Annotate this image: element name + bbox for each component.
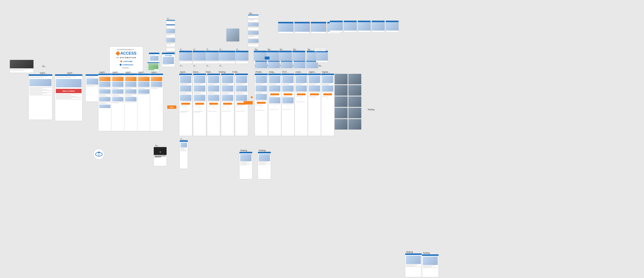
tr-card-1[interactable]	[278, 22, 294, 34]
c-mini-1[interactable]	[166, 20, 175, 24]
c-label-6: C...	[236, 48, 240, 50]
card-apps-7[interactable]	[150, 74, 163, 131]
photo-card-9[interactable]	[334, 119, 348, 130]
card-dark-left[interactable]	[10, 60, 34, 73]
fr-card-3[interactable]	[358, 20, 371, 32]
photo-card-4[interactable]	[348, 85, 362, 96]
sy-mini-7[interactable]	[248, 39, 259, 43]
testing-label-top: Testing	[218, 71, 226, 73]
c-label-2: C...	[180, 48, 184, 50]
fr-card-5[interactable]	[386, 20, 399, 32]
green-card[interactable]	[147, 62, 159, 72]
photo-card-5[interactable]	[334, 96, 348, 107]
capture-preview-card[interactable]: CAPTURE	[162, 52, 175, 67]
main-card-testing[interactable]: "	[221, 74, 234, 136]
fit-e-card[interactable]: "	[281, 74, 294, 136]
insig-card[interactable]: "	[268, 74, 281, 136]
testing-label-br-1: Testing	[406, 251, 413, 253]
bottom-label-2: ...	[154, 132, 156, 134]
testing-card-bottom-1[interactable]	[239, 152, 252, 179]
sy-mr-2[interactable]	[268, 61, 280, 69]
photo-card-10[interactable]	[348, 119, 362, 130]
tr-card-3[interactable]	[311, 22, 326, 34]
c-mini-5[interactable]	[166, 38, 175, 42]
c-card-5[interactable]	[218, 50, 235, 64]
bottom-mini-strip: ... ...	[152, 132, 156, 134]
sy-mini-8[interactable]	[248, 43, 259, 47]
main-card-disco[interactable]: "	[193, 74, 206, 136]
card-apps-3[interactable]	[98, 74, 112, 131]
sy-mr-1[interactable]	[255, 61, 267, 69]
photo-card-8[interactable]	[348, 108, 362, 118]
top-right-button[interactable]: ...	[314, 47, 326, 51]
fo-card-dark[interactable]: ⚙	[154, 147, 167, 166]
a-card-bottom[interactable]	[180, 140, 188, 169]
card-left-tall-2[interactable]: WELLS FARGO	[55, 74, 82, 121]
c-mini-6[interactable]	[166, 42, 175, 47]
agent-label: Agent...	[309, 71, 316, 73]
photo-card-7[interactable]	[334, 108, 348, 118]
c-mini-2[interactable]	[166, 24, 175, 29]
logo-title-label: AccessItAutomationLo....	[117, 48, 136, 50]
sy-mini-4[interactable]	[248, 27, 259, 30]
sy-mini-3[interactable]	[248, 23, 259, 26]
c-card-3[interactable]	[192, 50, 206, 64]
assis-card[interactable]: "	[294, 74, 308, 136]
card-apps-4[interactable]	[111, 74, 124, 131]
fr-card-2[interactable]	[344, 20, 357, 32]
logo-it-automation: IT AUTOMATION	[116, 56, 136, 59]
testing-card-bottom-2[interactable]	[258, 152, 271, 179]
testing-label-2: Testing	[368, 108, 374, 111]
portal-card[interactable]: "	[254, 74, 268, 136]
sy-mini-5[interactable]	[248, 31, 259, 35]
c-label-8: C...	[194, 64, 197, 67]
capture-label-card: CAPTURE	[163, 55, 174, 56]
c-mini-4[interactable]	[166, 34, 175, 38]
testing-label-bottom-1: Testing	[240, 149, 247, 152]
c-label-5: C...	[220, 48, 223, 50]
photo-card-2[interactable]	[348, 74, 362, 84]
orange-cta-appS[interactable]: AppS :	[167, 106, 176, 109]
fr-card-4[interactable]	[372, 20, 385, 32]
c-label-top: C...	[167, 17, 171, 20]
testing-card-br-2[interactable]	[422, 254, 439, 277]
fr-card-1[interactable]	[330, 20, 343, 32]
photo-card-1[interactable]	[334, 74, 348, 84]
agent-card[interactable]: "	[308, 74, 321, 136]
apps-label-2: AppS...	[67, 72, 74, 74]
sy-blue-card-1[interactable]	[265, 56, 270, 60]
photo-card-6[interactable]	[348, 96, 362, 107]
sy-mini-6[interactable]	[248, 35, 259, 39]
c-mini-3[interactable]	[166, 29, 175, 33]
sy-small-card-1[interactable]	[316, 50, 328, 62]
card-apps-6[interactable]	[137, 74, 150, 131]
symphony-label: SYMPHONY	[122, 64, 134, 66]
apps-label-4: AppS...	[112, 71, 120, 74]
main-card-apps[interactable]: "	[179, 74, 192, 136]
sy-mr-3[interactable]	[280, 61, 293, 69]
c-stack-top	[166, 20, 175, 56]
card-left-tall-1[interactable]	[28, 74, 52, 120]
c-card-4[interactable]	[206, 50, 219, 64]
testing-card-br-1[interactable]	[405, 253, 422, 277]
fit-e-label: Fit E...	[282, 71, 288, 73]
sy-mini-2[interactable]	[248, 18, 259, 22]
sy-label-top-center: Sy...	[249, 12, 253, 14]
sy-mr-4[interactable]	[293, 61, 306, 69]
sy-mini-1[interactable]	[248, 14, 259, 18]
card-apps-5[interactable]	[124, 74, 138, 131]
apps-label-3: AppS...	[100, 71, 106, 74]
c-mini-7[interactable]	[166, 47, 175, 52]
tr-card-2[interactable]	[294, 22, 310, 34]
signal-card[interactable]: "	[321, 74, 334, 136]
sy-mini-row	[255, 61, 318, 69]
c-card-6[interactable]	[235, 50, 248, 64]
blue-logo-bottom[interactable]	[94, 149, 104, 160]
c-card-2[interactable]	[179, 50, 192, 64]
orange-rect-right	[244, 101, 253, 104]
photo-card-3[interactable]	[334, 85, 348, 96]
main-card-publi[interactable]: "	[235, 74, 248, 136]
robot-card[interactable]	[226, 28, 240, 42]
sy-label-row-3: Sy...	[280, 48, 284, 50]
main-card-pack[interactable]: "	[207, 74, 220, 136]
